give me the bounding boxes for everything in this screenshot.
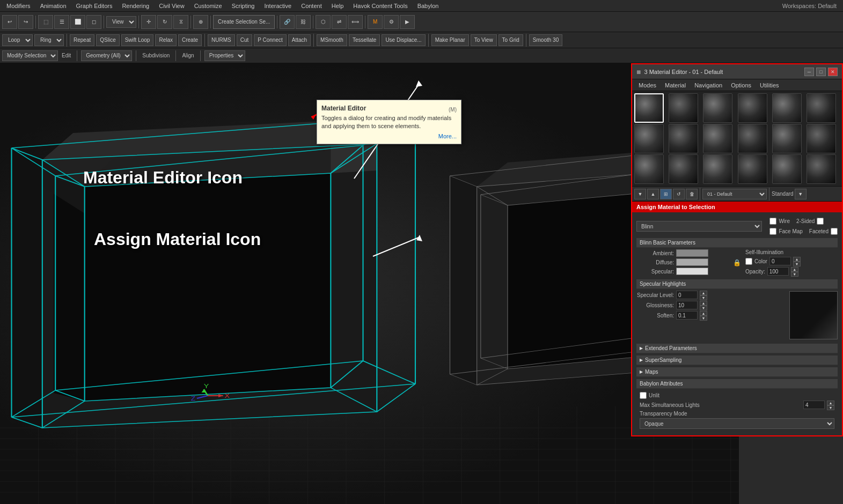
blinn-basic-header[interactable]: Blinn Basic Parameters xyxy=(636,238,838,248)
menu-interactive[interactable]: Interactive xyxy=(260,2,296,10)
to-view-btn[interactable]: To View xyxy=(471,34,497,46)
material-name-dropdown[interactable]: 01 - Default xyxy=(702,189,767,199)
assign-material-bar[interactable]: Assign Material to Selection xyxy=(632,202,842,212)
link-btn[interactable]: 🔗 xyxy=(280,15,295,29)
me-sphere-14[interactable] xyxy=(669,154,698,184)
select-window-btn[interactable]: ◻ xyxy=(86,15,101,29)
lock-icon[interactable]: 🔒 xyxy=(733,259,741,266)
me-sphere-1[interactable] xyxy=(634,93,664,123)
me-get-btn[interactable]: ▼ xyxy=(634,189,646,199)
undo-btn[interactable]: ↩ xyxy=(2,15,17,29)
opacity-spin-up[interactable]: ▲ xyxy=(791,267,798,272)
ambient-swatch[interactable] xyxy=(676,249,708,257)
menu-animation[interactable]: Animation xyxy=(36,2,71,10)
me-sphere-11[interactable] xyxy=(772,124,802,153)
msmooth-btn[interactable]: MSmooth xyxy=(317,34,347,46)
render-btn[interactable]: ▶ xyxy=(400,15,415,29)
spec-level-value[interactable]: 0 xyxy=(676,291,698,299)
specular-swatch[interactable] xyxy=(676,268,708,275)
p-connect-btn[interactable]: P Connect xyxy=(254,34,287,46)
smooth-btn[interactable]: Smooth 30 xyxy=(529,34,562,46)
color-cb[interactable] xyxy=(745,258,752,265)
viewport[interactable]: X Y Z Material Editor Icon Assign Materi… xyxy=(0,63,738,504)
extended-params-header[interactable]: ▶ Extended Parameters xyxy=(636,344,838,353)
loop-dropdown[interactable]: Loop xyxy=(2,34,33,46)
menu-graph-editors[interactable]: Graph Editors xyxy=(72,2,117,10)
select-region-btn[interactable]: ⬜ xyxy=(70,15,85,29)
attach-btn[interactable]: Attach xyxy=(288,34,311,46)
me-sphere-8[interactable] xyxy=(669,124,698,153)
me-sphere-3[interactable] xyxy=(703,93,732,123)
menu-customize[interactable]: Customize xyxy=(190,2,226,10)
menu-help[interactable]: Help xyxy=(327,2,348,10)
pivot-btn[interactable]: ⊕ xyxy=(193,15,208,29)
max-lights-value[interactable]: 4 xyxy=(803,401,825,409)
menu-babylon[interactable]: Babylon xyxy=(413,2,443,10)
supersampling-header[interactable]: ▶ SuperSampling xyxy=(636,355,838,365)
me-sphere-4[interactable] xyxy=(738,93,767,123)
use-displace-btn[interactable]: Use Displace... xyxy=(382,34,425,46)
move-btn[interactable]: ✛ xyxy=(141,15,156,29)
gloss-down[interactable]: ▼ xyxy=(700,306,707,310)
me-sphere-12[interactable] xyxy=(807,124,836,153)
make-planar-btn[interactable]: Make Planar xyxy=(431,34,469,46)
soften-value[interactable]: 0.1 xyxy=(676,311,698,320)
opacity-value[interactable]: 100 xyxy=(767,267,789,276)
diffuse-swatch[interactable] xyxy=(676,258,708,266)
gloss-up[interactable]: ▲ xyxy=(700,301,707,306)
me-menu-navigation[interactable]: Navigation xyxy=(690,81,727,90)
material-editor-btn[interactable]: M xyxy=(368,15,383,29)
me-minimize-btn[interactable]: ─ xyxy=(804,68,814,76)
me-sphere-9[interactable] xyxy=(703,124,732,153)
color-spin-up[interactable]: ▲ xyxy=(793,257,801,262)
unlit-cb[interactable] xyxy=(640,392,647,399)
me-close-btn[interactable]: ✕ xyxy=(828,68,838,76)
view-dropdown[interactable]: View xyxy=(106,16,136,28)
color-spin-down[interactable]: ▼ xyxy=(793,262,801,266)
properties-dropdown[interactable]: Properties xyxy=(204,50,245,61)
spec-level-up[interactable]: ▲ xyxy=(700,291,707,295)
create-btn[interactable]: Create xyxy=(178,34,202,46)
menu-modifiers[interactable]: Modifiers xyxy=(2,2,35,10)
me-sphere-10[interactable] xyxy=(738,124,767,153)
swift-loop-btn[interactable]: Swift Loop xyxy=(121,34,154,46)
me-menu-material[interactable]: Material xyxy=(661,81,690,90)
menu-scripting[interactable]: Scripting xyxy=(228,2,259,10)
me-menu-utilities[interactable]: Utilities xyxy=(756,81,783,90)
modify-selection-dropdown[interactable]: Modify Selection xyxy=(2,50,58,61)
face-map-cb[interactable] xyxy=(769,228,776,235)
nurms-btn[interactable]: NURMS xyxy=(208,34,235,46)
relax-btn[interactable]: Relax xyxy=(155,34,177,46)
me-sphere-7[interactable] xyxy=(634,124,664,153)
qslice-btn[interactable]: QSlice xyxy=(96,34,119,46)
menu-havok[interactable]: Havok Content Tools xyxy=(349,2,412,10)
me-maximize-btn[interactable]: □ xyxy=(816,68,826,76)
opacity-spin-down[interactable]: ▼ xyxy=(791,272,798,277)
me-delete-btn[interactable]: 🗑 xyxy=(686,189,698,199)
me-sphere-6[interactable] xyxy=(807,93,836,123)
create-selection-button[interactable]: Create Selection Se... xyxy=(213,15,275,29)
mirror-btn[interactable]: ⇌ xyxy=(332,15,347,29)
two-sided-cb[interactable] xyxy=(817,218,824,225)
menu-civil-view[interactable]: Civil View xyxy=(155,2,188,10)
repeat-btn[interactable]: Repeat xyxy=(70,34,94,46)
align-btn[interactable]: ⟺ xyxy=(348,15,363,29)
me-sphere-2[interactable] xyxy=(669,93,698,123)
me-sphere-18[interactable] xyxy=(807,154,836,184)
ring-dropdown[interactable]: Ring xyxy=(34,34,64,46)
me-put-btn[interactable]: ▲ xyxy=(647,189,659,199)
soften-down[interactable]: ▼ xyxy=(700,316,707,321)
me-sphere-16[interactable] xyxy=(738,154,767,184)
shader-type-dropdown[interactable]: Blinn xyxy=(636,221,762,232)
me-sphere-5[interactable] xyxy=(772,93,802,123)
color-value[interactable]: 0 xyxy=(769,257,791,265)
specular-highlights-header[interactable]: Specular Highlights xyxy=(636,279,838,289)
cut-btn[interactable]: Cut xyxy=(237,34,253,46)
me-type-btn[interactable]: ▼ xyxy=(795,189,807,199)
menu-rendering[interactable]: Rendering xyxy=(118,2,153,10)
me-assign-btn[interactable]: ⊞ xyxy=(660,189,672,199)
babylon-attributes-header[interactable]: Babylon Attributes xyxy=(636,379,838,389)
me-menu-options[interactable]: Options xyxy=(727,81,756,90)
wire-cb[interactable] xyxy=(769,218,776,225)
faceted-cb[interactable] xyxy=(831,228,838,235)
